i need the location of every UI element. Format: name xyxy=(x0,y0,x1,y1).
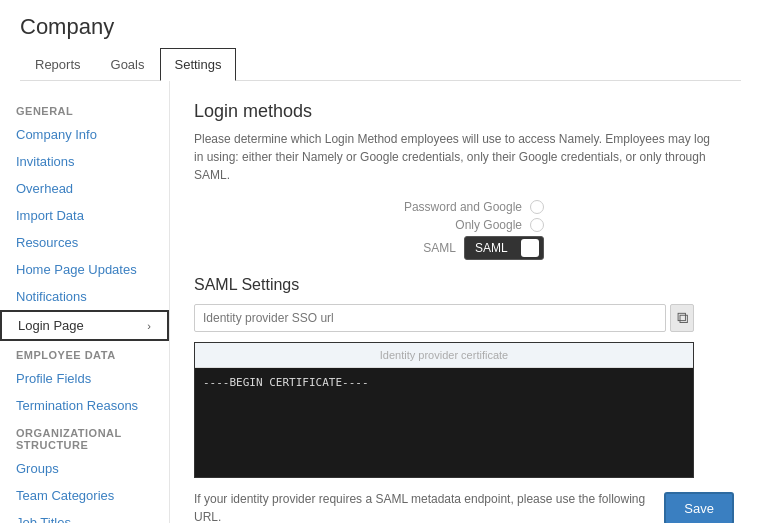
sidebar-item-invitations[interactable]: Invitations xyxy=(0,148,169,175)
sidebar-item-termination-reasons[interactable]: Termination Reasons xyxy=(0,392,169,419)
cert-body: ----BEGIN CERTIFICATE---- xyxy=(195,368,693,477)
sso-copy-button[interactable]: ⧉ xyxy=(670,304,694,332)
tab-bar: Reports Goals Settings xyxy=(20,48,741,81)
sidebar-item-home-page-updates[interactable]: Home Page Updates xyxy=(0,256,169,283)
metadata-description: If your identity provider requires a SAM… xyxy=(194,490,652,523)
sidebar-item-overhead[interactable]: Overhead xyxy=(0,175,169,202)
radio-only-google[interactable] xyxy=(530,218,544,232)
sidebar-section-org-structure: Organizational Structure xyxy=(0,419,169,455)
tab-reports[interactable]: Reports xyxy=(20,48,96,81)
saml-toggle[interactable]: SAML xyxy=(464,236,544,260)
sidebar-item-team-categories[interactable]: Team Categories xyxy=(0,482,169,509)
sidebar-item-login-page[interactable]: Login Page › xyxy=(0,310,169,341)
sidebar-item-notifications[interactable]: Notifications xyxy=(0,283,169,310)
sidebar-section-employee-data: Employee Data xyxy=(0,341,169,365)
login-methods-description: Please determine which Login Method empl… xyxy=(194,130,714,184)
sidebar-item-login-page-label: Login Page xyxy=(18,318,84,333)
chevron-right-icon: › xyxy=(147,320,151,332)
certificate-area: Identity provider certificate ----BEGIN … xyxy=(194,342,694,478)
login-method-radio-group: Password and Google Only Google SAML SAM… xyxy=(194,200,737,260)
sidebar: General Company Info Invitations Overhea… xyxy=(0,81,170,523)
save-button[interactable]: Save xyxy=(664,492,734,524)
sidebar-item-groups[interactable]: Groups xyxy=(0,455,169,482)
saml-toggle-text: SAML xyxy=(469,241,508,255)
sidebar-item-import-data[interactable]: Import Data xyxy=(0,202,169,229)
radio-password-google-label: Password and Google xyxy=(404,200,522,214)
sidebar-item-resources[interactable]: Resources xyxy=(0,229,169,256)
cert-header: Identity provider certificate xyxy=(195,343,693,368)
radio-password-google[interactable] xyxy=(530,200,544,214)
page-title: Company xyxy=(20,14,741,40)
sidebar-item-profile-fields[interactable]: Profile Fields xyxy=(0,365,169,392)
sso-input-row: ⧉ xyxy=(194,304,694,332)
saml-settings-title: SAML Settings xyxy=(194,276,737,294)
login-methods-title: Login methods xyxy=(194,101,737,122)
sso-url-input[interactable] xyxy=(194,304,666,332)
sidebar-item-job-titles[interactable]: Job Titles xyxy=(0,509,169,523)
saml-toggle-dot xyxy=(521,239,539,257)
tab-goals[interactable]: Goals xyxy=(96,48,160,81)
cert-begin-text: ----BEGIN CERTIFICATE---- xyxy=(203,376,685,389)
tab-settings[interactable]: Settings xyxy=(160,48,237,81)
radio-saml-label: SAML xyxy=(423,241,456,255)
main-content: Login methods Please determine which Log… xyxy=(170,81,761,523)
sidebar-section-general: General xyxy=(0,97,169,121)
radio-only-google-label: Only Google xyxy=(455,218,522,232)
sidebar-item-company-info[interactable]: Company Info xyxy=(0,121,169,148)
